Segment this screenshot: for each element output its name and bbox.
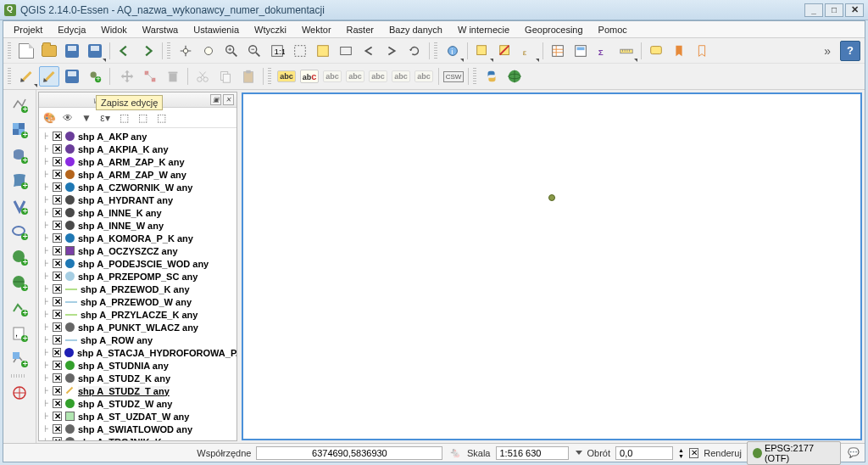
- layer-item[interactable]: ⊦✕shp A_AKPIA_K any: [39, 143, 236, 155]
- layer-item[interactable]: ⊦✕shp A_CZWORNIK_W any: [39, 181, 236, 193]
- layer-item[interactable]: ⊦✕shp A_SWIATLOWOD any: [39, 423, 236, 435]
- layer-item[interactable]: ⊦✕shp A_ST_UZDAT_W any: [39, 410, 236, 423]
- save-edits-button[interactable]: [62, 66, 82, 87]
- minimize-button[interactable]: _: [804, 3, 823, 17]
- layer-checkbox[interactable]: ✕: [53, 424, 62, 434]
- layer-checkbox[interactable]: ✕: [53, 437, 62, 440]
- layer-item[interactable]: ⊦✕shp A_TROJNIK_K any: [39, 435, 236, 440]
- crs-badge[interactable]: EPSG:2177 (OTF): [747, 441, 842, 465]
- add-wfs-icon[interactable]: +: [9, 298, 30, 318]
- measure-button[interactable]: [616, 41, 637, 61]
- add-postgis-icon[interactable]: +: [9, 145, 30, 165]
- add-wms-icon[interactable]: +: [9, 247, 30, 267]
- select-expression-button[interactable]: ε: [518, 41, 538, 61]
- layer-checkbox[interactable]: ✕: [53, 348, 61, 357]
- layer-list[interactable]: ⊦✕shp A_AKP any⊦✕shp A_AKPIA_K any⊦✕shp …: [39, 128, 236, 440]
- layer-checkbox[interactable]: ✕: [53, 373, 62, 383]
- move-feature-button[interactable]: [117, 66, 137, 87]
- layer-checkbox[interactable]: ✕: [53, 144, 62, 154]
- layer-item[interactable]: ⊦✕shp A_STACJA_HYDROFOROWA_P...: [39, 346, 236, 359]
- cut-button[interactable]: [192, 66, 213, 87]
- python-console-button[interactable]: [481, 66, 502, 87]
- layer-item[interactable]: ⊦✕shp A_PRZEPOMP_SC any: [39, 270, 236, 283]
- coord-toggle-icon[interactable]: 🐁: [448, 445, 462, 461]
- layer-checkbox[interactable]: ✕: [53, 132, 62, 141]
- layer-item[interactable]: ⊦✕shp A_PRZEWOD_K any: [39, 283, 236, 295]
- pan-to-selection-button[interactable]: [198, 41, 219, 61]
- layer-item[interactable]: ⊦✕shp A_PRZYLACZE_K any: [39, 308, 236, 321]
- layer-checkbox[interactable]: ✕: [53, 335, 62, 345]
- help-button[interactable]: ?: [840, 41, 860, 61]
- layer-checkbox[interactable]: ✕: [53, 412, 62, 421]
- layer-item[interactable]: ⊦✕shp A_KOMORA_P_K any: [39, 232, 236, 244]
- current-edits-button[interactable]: [16, 66, 36, 87]
- add-delimited-text-icon[interactable]: ,+: [9, 323, 30, 344]
- layer-item[interactable]: ⊦✕shp A_PODEJSCIE_WOD any: [39, 257, 236, 270]
- panel-close-button[interactable]: ✕: [223, 94, 234, 105]
- layer-checkbox[interactable]: ✕: [53, 195, 62, 204]
- menu-raster[interactable]: Raster: [340, 23, 381, 36]
- open-attribute-table-button[interactable]: [548, 41, 568, 61]
- render-checkbox[interactable]: ✕: [689, 448, 698, 458]
- menu-edycja[interactable]: Edycja: [51, 23, 92, 36]
- zoom-to-layer-button[interactable]: [336, 41, 356, 61]
- csw-button[interactable]: CSW: [443, 66, 464, 87]
- layer-checkbox[interactable]: ✕: [53, 170, 62, 179]
- layer-item[interactable]: ⊦✕shp A_ARM_ZAP_W any: [39, 168, 236, 181]
- layer-collapse-icon[interactable]: ⬚: [135, 110, 150, 126]
- maximize-button[interactable]: □: [825, 3, 843, 17]
- layer-checkbox[interactable]: ✕: [53, 233, 62, 243]
- new-shapefile-icon[interactable]: [9, 383, 30, 403]
- layer-checkbox[interactable]: ✕: [53, 259, 62, 268]
- layer-visible-icon[interactable]: 👁: [60, 110, 75, 126]
- layer-style-icon[interactable]: 🎨: [42, 110, 57, 126]
- layer-item[interactable]: ⊦✕shp A_ROW any: [39, 333, 236, 346]
- layer-item[interactable]: ⊦✕shp A_STUDZ_T any: [39, 384, 236, 397]
- layer-checkbox[interactable]: ✕: [53, 297, 62, 306]
- node-tool-button[interactable]: [140, 66, 160, 87]
- layer-checkbox[interactable]: ✕: [53, 322, 62, 332]
- add-mssql-icon[interactable]: +: [9, 196, 30, 216]
- menu-ustawienia[interactable]: Ustawienia: [186, 23, 246, 36]
- toggle-editing-button[interactable]: [39, 66, 59, 87]
- deselect-button[interactable]: [495, 41, 515, 61]
- layer-checkbox[interactable]: ✕: [53, 361, 62, 370]
- layer-checkbox[interactable]: ✕: [53, 208, 62, 217]
- bookmarks-show-button[interactable]: [692, 41, 712, 61]
- layer-expand-icon[interactable]: ⬚: [116, 110, 131, 126]
- layer-item[interactable]: ⊦✕shp A_STUDZ_K any: [39, 372, 236, 384]
- zoom-full-button[interactable]: [290, 41, 310, 61]
- label-change-button[interactable]: abc: [414, 66, 434, 87]
- layer-item[interactable]: ⊦✕shp A_OCZYSZCZ any: [39, 244, 236, 257]
- paste-button[interactable]: [238, 66, 259, 87]
- layer-checkbox[interactable]: ✕: [53, 182, 62, 192]
- menu-wektor[interactable]: Wektor: [295, 23, 338, 36]
- label-show-button[interactable]: abc: [345, 66, 365, 87]
- save-project-button[interactable]: [62, 41, 82, 61]
- layer-item[interactable]: ⊦✕shp A_HYDRANT any: [39, 193, 236, 206]
- coord-input[interactable]: [256, 446, 442, 460]
- label-abc-button[interactable]: abc: [276, 66, 297, 87]
- toolbar-overflow-1[interactable]: »: [824, 44, 837, 58]
- layer-item[interactable]: ⊦✕shp A_INNE_K any: [39, 206, 236, 219]
- layer-item[interactable]: ⊦✕shp A_INNE_W any: [39, 219, 236, 232]
- zoom-last-button[interactable]: [359, 41, 379, 61]
- rotation-input[interactable]: [615, 446, 673, 460]
- menu-geoprocessing[interactable]: Geoprocesing: [518, 23, 590, 36]
- open-project-button[interactable]: [39, 41, 59, 61]
- layer-checkbox[interactable]: ✕: [53, 221, 62, 230]
- layer-item[interactable]: ⊦✕shp A_PUNKT_WLACZ any: [39, 321, 236, 333]
- delete-selected-button[interactable]: [163, 66, 183, 87]
- layer-item[interactable]: ⊦✕shp A_PRZEWOD_W any: [39, 295, 236, 308]
- label-pin-button[interactable]: abc: [322, 66, 342, 87]
- layer-checkbox[interactable]: ✕: [53, 272, 62, 281]
- scale-input[interactable]: [496, 446, 569, 460]
- select-button[interactable]: [472, 41, 492, 61]
- label-rotate-button[interactable]: abc: [391, 66, 411, 87]
- menu-projekt[interactable]: Projekt: [7, 23, 49, 36]
- menu-warstwa[interactable]: Warstwa: [136, 23, 185, 36]
- menu-wtyczki[interactable]: Wtyczki: [248, 23, 293, 36]
- zoom-next-button[interactable]: [381, 41, 402, 61]
- layer-item[interactable]: ⊦✕shp A_STUDZ_W any: [39, 397, 236, 410]
- panel-float-button[interactable]: ▣: [210, 94, 221, 105]
